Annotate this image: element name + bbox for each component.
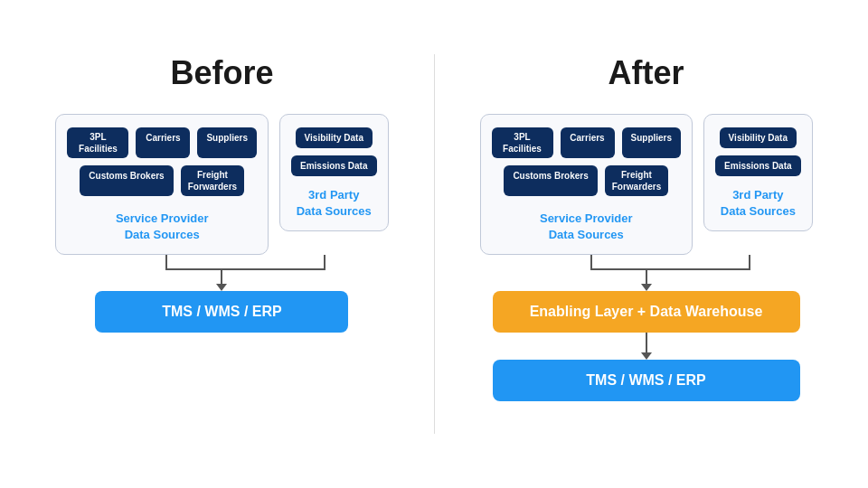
before-sp-row2: Customs Brokers FreightForwarders bbox=[80, 165, 244, 196]
before-chip-suppliers: Suppliers bbox=[197, 127, 257, 158]
after-chip-freight: FreightForwarders bbox=[605, 165, 668, 196]
before-chip-emissions: Emissions Data bbox=[291, 155, 376, 176]
before-chip-visibility: Visibility Data bbox=[296, 127, 373, 148]
after-sp-row1: 3PLFacilities Carriers Suppliers bbox=[492, 127, 682, 158]
before-arrow bbox=[216, 284, 227, 291]
after-tms-button[interactable]: TMS / WMS / ERP bbox=[493, 360, 800, 401]
before-chip-carriers: Carriers bbox=[136, 127, 190, 158]
after-sp-label: Service ProviderData Sources bbox=[540, 211, 633, 243]
after-boxes-row: 3PLFacilities Carriers Suppliers Customs… bbox=[480, 114, 813, 255]
before-chip-customs: Customs Brokers bbox=[80, 165, 173, 196]
after-section: After 3PLFacilities Carriers Suppliers C… bbox=[480, 54, 813, 401]
after-service-provider-box: 3PLFacilities Carriers Suppliers Customs… bbox=[480, 114, 693, 255]
after-chip-suppliers: Suppliers bbox=[622, 127, 682, 158]
after-chip-carriers: Carriers bbox=[561, 127, 615, 158]
before-connector-fork bbox=[68, 255, 375, 284]
before-sp-row1: 3PLFacilities Carriers Suppliers bbox=[67, 127, 257, 158]
before-third-party-box: Visibility Data Emissions Data 3rd Party… bbox=[279, 114, 388, 231]
enabling-layer-button[interactable]: Enabling Layer + Data Warehouse bbox=[493, 291, 800, 333]
after-chip-3pl: 3PLFacilities bbox=[492, 127, 553, 158]
after-chip-customs: Customs Brokers bbox=[504, 165, 597, 196]
before-title: Before bbox=[170, 54, 273, 92]
after-arrow-1 bbox=[641, 284, 652, 291]
before-sp-label: Service ProviderData Sources bbox=[116, 211, 209, 243]
after-third-party-label: 3rd PartyData Sources bbox=[721, 187, 796, 220]
after-title: After bbox=[609, 54, 684, 92]
before-section: Before 3PLFacilities Carriers Suppliers … bbox=[55, 54, 388, 333]
section-divider bbox=[434, 54, 435, 434]
after-chip-visibility: Visibility Data bbox=[720, 127, 797, 148]
before-chip-3pl: 3PLFacilities bbox=[67, 127, 128, 158]
before-tms-button[interactable]: TMS / WMS / ERP bbox=[95, 291, 348, 333]
before-service-provider-box: 3PLFacilities Carriers Suppliers Customs… bbox=[55, 114, 269, 255]
before-third-party-label: 3rd PartyData Sources bbox=[297, 187, 372, 220]
after-arrow-2 bbox=[641, 333, 652, 360]
after-third-party-box: Visibility Data Emissions Data 3rd Party… bbox=[703, 114, 812, 231]
after-connector-fork bbox=[493, 255, 800, 284]
after-chip-emissions: Emissions Data bbox=[715, 155, 800, 176]
after-diagram: 3PLFacilities Carriers Suppliers Customs… bbox=[480, 114, 813, 401]
before-chip-freight: FreightForwarders bbox=[181, 165, 244, 196]
before-diagram: 3PLFacilities Carriers Suppliers Customs… bbox=[55, 114, 388, 333]
before-boxes-row: 3PLFacilities Carriers Suppliers Customs… bbox=[55, 114, 388, 255]
after-sp-row2: Customs Brokers FreightForwarders bbox=[504, 165, 668, 196]
main-container: Before 3PLFacilities Carriers Suppliers … bbox=[37, 36, 830, 452]
